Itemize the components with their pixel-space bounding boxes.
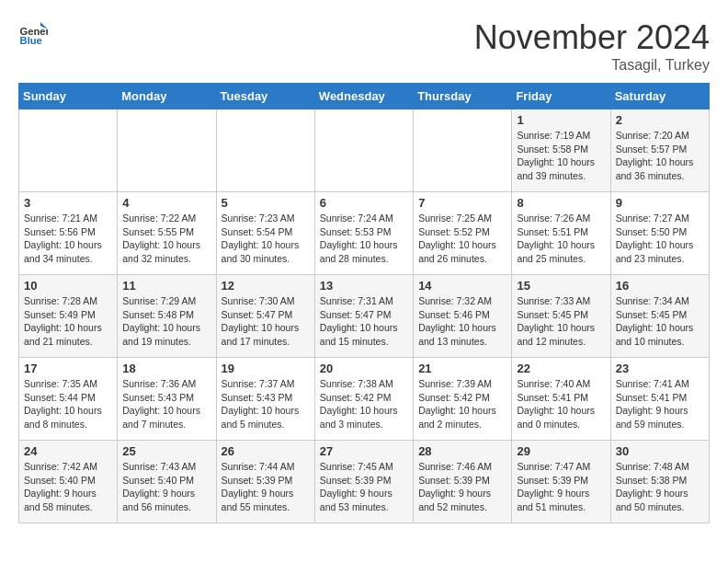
calendar-cell: 22Sunrise: 7:40 AM Sunset: 5:41 PM Dayli… (512, 358, 610, 441)
calendar-header-row: SundayMondayTuesdayWednesdayThursdayFrid… (19, 84, 710, 109)
calendar-cell: 21Sunrise: 7:39 AM Sunset: 5:42 PM Dayli… (414, 358, 512, 441)
column-header-friday: Friday (512, 84, 610, 109)
day-info: Sunrise: 7:19 AM Sunset: 5:58 PM Dayligh… (517, 129, 605, 183)
day-info: Sunrise: 7:36 AM Sunset: 5:43 PM Dayligh… (122, 377, 210, 431)
calendar-cell: 24Sunrise: 7:42 AM Sunset: 5:40 PM Dayli… (19, 441, 118, 523)
calendar-cell: 10Sunrise: 7:28 AM Sunset: 5:49 PM Dayli… (19, 275, 118, 358)
day-info: Sunrise: 7:25 AM Sunset: 5:52 PM Dayligh… (418, 212, 506, 266)
calendar-table: SundayMondayTuesdayWednesdayThursdayFrid… (18, 83, 710, 523)
day-info: Sunrise: 7:38 AM Sunset: 5:42 PM Dayligh… (320, 377, 408, 431)
calendar-cell: 1Sunrise: 7:19 AM Sunset: 5:58 PM Daylig… (512, 109, 610, 192)
calendar-cell: 18Sunrise: 7:36 AM Sunset: 5:43 PM Dayli… (118, 358, 216, 441)
calendar-cell: 14Sunrise: 7:32 AM Sunset: 5:46 PM Dayli… (414, 275, 512, 358)
day-number: 26 (222, 444, 310, 458)
day-info: Sunrise: 7:48 AM Sunset: 5:38 PM Dayligh… (616, 460, 704, 514)
day-info: Sunrise: 7:41 AM Sunset: 5:41 PM Dayligh… (616, 377, 704, 431)
day-number: 19 (222, 362, 310, 375)
calendar-cell: 23Sunrise: 7:41 AM Sunset: 5:41 PM Dayli… (610, 358, 709, 441)
calendar-week-4: 17Sunrise: 7:35 AM Sunset: 5:44 PM Dayli… (19, 358, 710, 441)
day-number: 15 (517, 279, 605, 293)
day-number: 11 (122, 279, 210, 293)
calendar-cell (118, 109, 216, 192)
day-info: Sunrise: 7:20 AM Sunset: 5:57 PM Dayligh… (616, 129, 704, 183)
calendar-cell: 28Sunrise: 7:46 AM Sunset: 5:39 PM Dayli… (414, 441, 512, 523)
calendar-cell: 8Sunrise: 7:26 AM Sunset: 5:51 PM Daylig… (512, 192, 610, 275)
calendar-cell: 30Sunrise: 7:48 AM Sunset: 5:38 PM Dayli… (610, 441, 709, 523)
calendar-cell (216, 109, 314, 192)
day-info: Sunrise: 7:24 AM Sunset: 5:53 PM Dayligh… (320, 212, 408, 266)
day-number: 21 (418, 362, 506, 375)
day-info: Sunrise: 7:22 AM Sunset: 5:55 PM Dayligh… (122, 212, 210, 266)
day-info: Sunrise: 7:39 AM Sunset: 5:42 PM Dayligh… (418, 377, 506, 431)
calendar-cell: 16Sunrise: 7:34 AM Sunset: 5:45 PM Dayli… (610, 275, 709, 358)
column-header-thursday: Thursday (414, 84, 512, 109)
calendar-cell: 6Sunrise: 7:24 AM Sunset: 5:53 PM Daylig… (314, 192, 413, 275)
day-number: 1 (517, 113, 605, 127)
calendar-cell: 13Sunrise: 7:31 AM Sunset: 5:47 PM Dayli… (314, 275, 413, 358)
day-info: Sunrise: 7:37 AM Sunset: 5:43 PM Dayligh… (222, 377, 310, 431)
page-header: General Blue November 2024 Tasagil, Turk… (18, 18, 710, 74)
day-number: 7 (418, 196, 506, 210)
day-number: 10 (24, 279, 112, 293)
day-info: Sunrise: 7:31 AM Sunset: 5:47 PM Dayligh… (320, 294, 408, 349)
day-number: 3 (24, 196, 112, 210)
day-info: Sunrise: 7:42 AM Sunset: 5:40 PM Dayligh… (24, 460, 112, 514)
day-number: 27 (320, 444, 408, 458)
calendar-cell: 17Sunrise: 7:35 AM Sunset: 5:44 PM Dayli… (19, 358, 118, 441)
calendar-week-3: 10Sunrise: 7:28 AM Sunset: 5:49 PM Dayli… (19, 275, 710, 358)
day-number: 18 (122, 362, 210, 375)
logo: General Blue (18, 18, 48, 48)
day-number: 13 (320, 279, 408, 293)
title-block: November 2024 Tasagil, Turkey (474, 18, 710, 74)
calendar-cell (19, 109, 118, 192)
calendar-cell: 20Sunrise: 7:38 AM Sunset: 5:42 PM Dayli… (314, 358, 413, 441)
day-info: Sunrise: 7:44 AM Sunset: 5:39 PM Dayligh… (222, 460, 310, 514)
calendar-cell: 19Sunrise: 7:37 AM Sunset: 5:43 PM Dayli… (216, 358, 314, 441)
calendar-cell: 29Sunrise: 7:47 AM Sunset: 5:39 PM Dayli… (512, 441, 610, 523)
day-number: 14 (418, 279, 506, 293)
calendar-cell: 7Sunrise: 7:25 AM Sunset: 5:52 PM Daylig… (414, 192, 512, 275)
day-info: Sunrise: 7:27 AM Sunset: 5:50 PM Dayligh… (616, 212, 704, 266)
logo-icon: General Blue (18, 18, 48, 48)
day-info: Sunrise: 7:40 AM Sunset: 5:41 PM Dayligh… (517, 377, 605, 431)
calendar-cell: 2Sunrise: 7:20 AM Sunset: 5:57 PM Daylig… (610, 109, 709, 192)
location: Tasagil, Turkey (474, 57, 710, 74)
day-number: 4 (122, 196, 210, 210)
calendar-cell: 3Sunrise: 7:21 AM Sunset: 5:56 PM Daylig… (19, 192, 118, 275)
day-number: 12 (222, 279, 310, 293)
day-info: Sunrise: 7:45 AM Sunset: 5:39 PM Dayligh… (320, 460, 408, 514)
day-number: 25 (122, 444, 210, 458)
day-info: Sunrise: 7:23 AM Sunset: 5:54 PM Dayligh… (222, 212, 310, 266)
day-number: 17 (24, 362, 112, 375)
day-info: Sunrise: 7:47 AM Sunset: 5:39 PM Dayligh… (517, 460, 605, 514)
day-number: 30 (616, 444, 704, 458)
day-number: 28 (418, 444, 506, 458)
day-number: 8 (517, 196, 605, 210)
day-info: Sunrise: 7:33 AM Sunset: 5:45 PM Dayligh… (517, 294, 605, 349)
svg-text:Blue: Blue (20, 35, 42, 46)
calendar-cell: 5Sunrise: 7:23 AM Sunset: 5:54 PM Daylig… (216, 192, 314, 275)
day-number: 16 (616, 279, 704, 293)
day-info: Sunrise: 7:43 AM Sunset: 5:40 PM Dayligh… (122, 460, 210, 514)
calendar-cell: 4Sunrise: 7:22 AM Sunset: 5:55 PM Daylig… (118, 192, 216, 275)
calendar-cell (314, 109, 413, 192)
calendar-cell: 12Sunrise: 7:30 AM Sunset: 5:47 PM Dayli… (216, 275, 314, 358)
day-number: 5 (222, 196, 310, 210)
day-number: 2 (616, 113, 704, 127)
day-number: 20 (320, 362, 408, 375)
calendar-cell: 26Sunrise: 7:44 AM Sunset: 5:39 PM Dayli… (216, 441, 314, 523)
calendar-cell: 9Sunrise: 7:27 AM Sunset: 5:50 PM Daylig… (610, 192, 709, 275)
day-info: Sunrise: 7:28 AM Sunset: 5:49 PM Dayligh… (24, 294, 112, 349)
day-number: 29 (517, 444, 605, 458)
day-number: 24 (24, 444, 112, 458)
column-header-tuesday: Tuesday (216, 84, 314, 109)
day-info: Sunrise: 7:46 AM Sunset: 5:39 PM Dayligh… (418, 460, 506, 514)
calendar-cell: 11Sunrise: 7:29 AM Sunset: 5:48 PM Dayli… (118, 275, 216, 358)
day-number: 6 (320, 196, 408, 210)
calendar-week-2: 3Sunrise: 7:21 AM Sunset: 5:56 PM Daylig… (19, 192, 710, 275)
calendar-week-1: 1Sunrise: 7:19 AM Sunset: 5:58 PM Daylig… (19, 109, 710, 192)
calendar-body: 1Sunrise: 7:19 AM Sunset: 5:58 PM Daylig… (19, 109, 710, 523)
month-title: November 2024 (474, 18, 710, 57)
calendar-week-5: 24Sunrise: 7:42 AM Sunset: 5:40 PM Dayli… (19, 441, 710, 523)
column-header-sunday: Sunday (19, 84, 118, 109)
